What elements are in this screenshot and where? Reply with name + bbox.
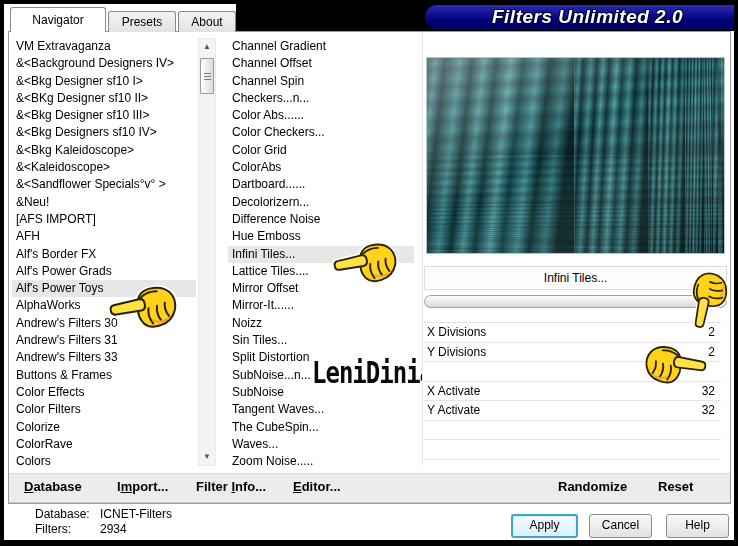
category-list-item-label: &<Background Designers IV> (16, 56, 174, 70)
category-list-item-label: Andrew's Filters 33 (16, 350, 118, 364)
category-list-item[interactable]: &<Sandflower Specials°v° > (12, 176, 196, 193)
scrollbar-grip-icon (204, 73, 211, 74)
category-list-item-label: Andrew's Filters 31 (16, 333, 118, 347)
tab-presets[interactable]: Presets (108, 11, 176, 32)
status-filters-value: 2934 (100, 522, 127, 536)
filter-list-item[interactable]: Color Checkers... (228, 124, 414, 141)
filter-list-item[interactable]: Mirror-It...... (228, 297, 414, 314)
filter-list-item[interactable]: Channel Spin (228, 73, 414, 90)
cancel-button[interactable]: Cancel (589, 514, 652, 538)
apply-button[interactable]: Apply (511, 514, 578, 538)
category-list-item[interactable]: &<Bkg Designer sf10 III> (12, 107, 196, 124)
status-database-label: Database: (35, 507, 90, 521)
category-list-item[interactable]: AFH (12, 228, 196, 245)
filter-list-item[interactable]: Zoom Noise..... (228, 453, 414, 466)
scrollbar-thumb[interactable] (200, 58, 214, 94)
filter-list-item[interactable]: Color Grid (228, 142, 414, 159)
param-row[interactable] (424, 421, 721, 441)
parameter-slider[interactable] (424, 295, 727, 308)
editor-button[interactable]: Editor... (293, 479, 341, 494)
category-list-item-label: &Neu! (16, 195, 49, 209)
category-list-item[interactable]: Andrew's Filters 31 (12, 332, 196, 349)
filter-list-item-label: Decolorizern... (232, 195, 309, 209)
category-list-item[interactable]: &<Bkg Designers sf10 IV> (12, 124, 196, 141)
filter-list-item-label: Channel Offset (232, 56, 312, 70)
filter-list-item[interactable]: Decolorizern... (228, 194, 414, 211)
param-label (424, 362, 427, 381)
filter-list-item[interactable]: Color Abs...... (228, 107, 414, 124)
filter-list-item[interactable]: The CubeSpin... (228, 419, 414, 436)
filter-list-item[interactable]: Channel Gradient (228, 38, 414, 55)
filter-list-item-label: ColorAbs (232, 160, 281, 174)
randomize-button[interactable]: Randomize (558, 479, 627, 494)
param-value (715, 362, 721, 381)
category-list-item[interactable]: ColorRave (12, 436, 196, 453)
window-title: Filters Unlimited 2.0 (445, 6, 730, 28)
filter-list-item[interactable]: Tangent Waves... (228, 401, 414, 418)
category-scrollbar[interactable]: ▲ ▼ (198, 38, 216, 466)
param-row[interactable] (424, 440, 721, 460)
category-list-item[interactable]: Buttons & Frames (12, 367, 196, 384)
category-list: VM Extravaganza &<Background Designers I… (12, 38, 196, 466)
param-value (715, 440, 721, 459)
watermark-signature: LeniDinia (312, 355, 422, 390)
filter-list-item[interactable]: Channel Offset (228, 55, 414, 72)
category-list-item[interactable]: Color Effects (12, 384, 196, 401)
help-button[interactable]: Help (666, 514, 729, 538)
category-list-item-label: &<Bkg Designer sf10 III> (16, 108, 149, 122)
filter-list-item[interactable]: Sin Tiles... (228, 332, 414, 349)
filter-list-item-label: Hue Emboss (232, 229, 301, 243)
category-list-item[interactable]: &<Bkg Kaleidoscope> (12, 142, 196, 159)
database-button[interactable]: Database (24, 479, 82, 494)
filter-list-item[interactable]: ColorAbs (228, 159, 414, 176)
scrollbar-down-arrow-icon[interactable]: ▼ (199, 449, 215, 465)
filter-list-item[interactable]: Checkers...n... (228, 90, 414, 107)
category-list-item[interactable]: VM Extravaganza (12, 38, 196, 55)
category-list-item[interactable]: Alf's Power Grads (12, 263, 196, 280)
param-label: Y Activate (424, 401, 480, 420)
filter-list-item-label: Zoom Noise..... (232, 454, 313, 466)
filter-list-item-label: Mirror-It...... (232, 298, 294, 312)
category-list-item-label: Andrew's Filters 30 (16, 316, 118, 330)
category-list-item[interactable]: Color Filters (12, 401, 196, 418)
category-list-item[interactable]: &Neu! (12, 194, 196, 211)
tab-about[interactable]: About (178, 11, 236, 32)
filter-list-item[interactable]: Mirror Offset (228, 280, 414, 297)
category-list-item[interactable]: &<BKg Designer sf10 II> (12, 90, 196, 107)
filter-list-item-label: Sin Tiles... (232, 333, 287, 347)
category-list-item-label: &<Bkg Kaleidoscope> (16, 143, 134, 157)
scrollbar-up-arrow-icon[interactable]: ▲ (199, 39, 215, 55)
filter-list-item[interactable]: Noizz (228, 315, 414, 332)
category-list-item-label: Colorize (16, 420, 60, 434)
tab-navigator[interactable]: Navigator (10, 7, 106, 32)
category-list-item-label: Alf's Power Grads (16, 264, 112, 278)
parameter-table: X Divisions 2 Y Divisions 2 X Activate 3… (424, 322, 721, 460)
category-list-item[interactable]: [AFS IMPORT] (12, 211, 196, 228)
import-button[interactable]: Import... (117, 479, 168, 494)
param-label: Y Divisions (424, 343, 486, 362)
param-value: 32 (702, 401, 721, 420)
filter-list-item[interactable]: Difference Noise (228, 211, 414, 228)
category-list-item[interactable]: Alf's Border FX (12, 246, 196, 263)
category-list-item[interactable]: &<Kaleidoscope> (12, 159, 196, 176)
filter-list-item-label: Color Checkers... (232, 125, 325, 139)
category-list-item[interactable]: Andrew's Filters 33 (12, 349, 196, 366)
param-row[interactable]: X Divisions 2 (424, 323, 721, 343)
category-list-item[interactable]: &<Bkg Designer sf10 I> (12, 73, 196, 90)
category-list-item-label: Alf's Border FX (16, 247, 96, 261)
filter-list-item[interactable]: Waves... (228, 436, 414, 453)
filter-list-item-label: SubNoise...n... (232, 368, 311, 382)
category-list-item[interactable]: Colorize (12, 419, 196, 436)
filter-list-item-label: Lattice Tiles.... (232, 264, 309, 278)
filter-list-item-label: Color Abs...... (232, 108, 304, 122)
param-row[interactable]: Y Activate 32 (424, 401, 721, 421)
category-list-item-label: &<Bkg Designer sf10 I> (16, 74, 143, 88)
reset-button[interactable]: Reset (658, 479, 693, 494)
filter-info-button[interactable]: Filter Info... (196, 479, 266, 494)
filter-list-item-label: Dartboard...... (232, 177, 305, 191)
category-list-item-label: Colors (16, 454, 51, 466)
filter-list-item[interactable]: Dartboard...... (228, 176, 414, 193)
category-list-item[interactable]: &<Background Designers IV> (12, 55, 196, 72)
filter-list-item-label: Waves... (232, 437, 278, 451)
category-list-item[interactable]: Colors (12, 453, 196, 466)
